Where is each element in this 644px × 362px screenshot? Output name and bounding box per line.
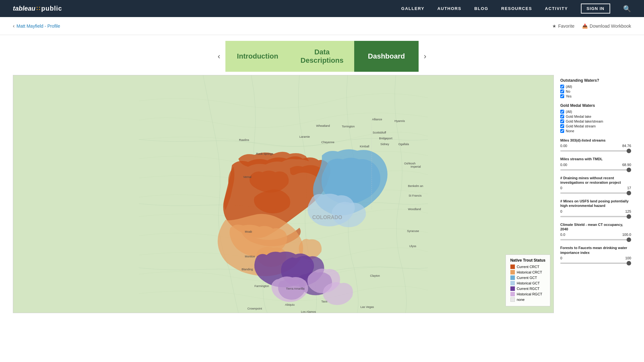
logo-tableau-text: tableau	[13, 5, 35, 12]
slider-mines-usfs-max: 125	[625, 209, 631, 213]
breadcrumb-link[interactable]: Matt Mayfield - Profile	[16, 23, 60, 29]
logo-dot-icon: ∷	[36, 5, 40, 12]
map-label-taos: Taos	[321, 300, 327, 303]
slider-miles-tmdl-range: 0.00 68.90	[560, 163, 631, 167]
main-nav: GALLERY AUTHORS BLOG RESOURCES ACTIVITY …	[401, 4, 631, 14]
filter-gold-medal-title: Gold Medal Waters	[560, 103, 631, 108]
checkbox-gold-none-input[interactable]	[560, 129, 564, 133]
nav-activity[interactable]: ACTIVITY	[545, 6, 568, 11]
checkbox-outstanding-all-label: (All)	[566, 85, 572, 88]
tab-prev-button[interactable]: ‹	[213, 52, 225, 60]
slider-mines-usfs-title: # Mines on USFS land posing potentially …	[560, 199, 631, 208]
slider-forests-faucets-min: 0	[560, 256, 562, 260]
map-label-sidney: Sidney	[380, 143, 389, 146]
nav-authors[interactable]: AUTHORS	[437, 6, 461, 11]
legend-color-historical-gct	[510, 281, 515, 285]
tab-next-button[interactable]: ›	[419, 52, 431, 60]
checkbox-outstanding-yes-input[interactable]	[560, 94, 564, 98]
checkbox-gold-lake[interactable]: Gold Medal lake	[560, 115, 631, 118]
subheader: ‹ Matt Mayfield - Profile ★ Favorite 📥 D…	[0, 17, 644, 35]
checkbox-gold-lake-stream-input[interactable]	[560, 119, 564, 123]
legend-item-historical-rgct: Historical RGCT	[510, 292, 545, 296]
legend-label-current-gct: Current GCT	[517, 276, 537, 280]
slider-miles-tmdl-input[interactable]	[560, 169, 631, 171]
slider-climate-shield-max: 100.0	[622, 233, 631, 237]
checkbox-gold-lake-label: Gold Medal lake	[566, 115, 592, 118]
logo: tableau ∷ public	[13, 5, 62, 12]
signin-button[interactable]: SIGN IN	[581, 4, 610, 14]
map-label-wheatland: Wheatland	[316, 124, 330, 127]
map-label-abiquiu: Abiquiu	[285, 303, 295, 306]
checkbox-gold-lake-input[interactable]	[560, 115, 564, 118]
tab-data-descriptions[interactable]: Data Descriptions	[290, 41, 354, 72]
checkbox-gold-stream-input[interactable]	[560, 124, 564, 128]
checkbox-gold-none[interactable]: None	[560, 129, 631, 133]
checkbox-gold-all-input[interactable]	[560, 110, 564, 114]
slider-draining-mines-min: 0	[560, 186, 562, 190]
map-label-rawlins: Rawlins	[239, 138, 249, 142]
slider-miles-303d-min: 0.00	[560, 144, 567, 148]
map-label-hyannis: Hyannis	[394, 119, 405, 123]
slider-miles-tmdl: Miles streams with TMDL 0.00 68.90	[560, 157, 631, 171]
slider-draining-mines-title: # Draining mines without recent investig…	[560, 176, 631, 185]
slider-miles-303d-title: Miles 303(d)-listed streams	[560, 138, 631, 143]
checkbox-gold-all[interactable]: (All)	[560, 110, 631, 114]
favorite-button[interactable]: ★ Favorite	[552, 23, 575, 29]
nav-blog[interactable]: BLOG	[474, 6, 488, 11]
checkbox-outstanding-no-input[interactable]	[560, 89, 564, 93]
legend-label-current-rgct: Current RGCT	[517, 287, 540, 291]
checkbox-outstanding-no-label: No	[566, 89, 570, 93]
download-button[interactable]: 📥 Download Workbook	[582, 23, 631, 29]
nav-resources[interactable]: RESOURCES	[501, 6, 532, 11]
slider-miles-tmdl-max: 68.90	[622, 163, 631, 167]
filter-outstanding-waters-title: Outstanding Waters?	[560, 78, 631, 83]
checkbox-outstanding-no[interactable]: No	[560, 89, 631, 93]
legend-label-current-crct: Current CRCT	[517, 265, 539, 269]
map-label-ulysses: Ulyss	[409, 245, 416, 248]
slider-mines-usfs-input[interactable]	[560, 216, 631, 217]
filter-gold-medal: Gold Medal Waters (All) Gold Medal lake …	[560, 103, 631, 133]
checkbox-gold-none-label: None	[566, 129, 574, 133]
legend-item-current-crct: Current CRCT	[510, 265, 545, 269]
star-icon: ★	[552, 23, 556, 29]
legend-color-current-rgct	[510, 286, 515, 291]
legend-color-current-gct	[510, 275, 515, 280]
map-label-montice: Montice	[245, 255, 255, 258]
search-icon[interactable]: 🔍	[623, 5, 631, 13]
tab-dashboard[interactable]: Dashboard	[354, 41, 419, 72]
slider-forests-faucets-input[interactable]	[560, 263, 631, 264]
legend-title: Native Trout Status	[510, 258, 545, 263]
checkbox-outstanding-all[interactable]: (All)	[560, 85, 631, 88]
map-label-moab: Moab	[245, 230, 252, 233]
favorite-label: Favorite	[558, 23, 575, 29]
map-label-oshkosh: Oshkosh	[404, 162, 415, 165]
map-svg: Rock Springs Rawlins Wheatland Torringto…	[13, 75, 554, 313]
slider-miles-303d-range: 0.00 84.76	[560, 144, 631, 148]
checkbox-gold-stream[interactable]: Gold Medal stream	[560, 124, 631, 128]
slider-forests-faucets-title: Forests to Faucets mean drinking water i…	[560, 246, 631, 255]
legend-label-historical-gct: Historical GCT	[517, 281, 540, 285]
map-container[interactable]: Rock Springs Rawlins Wheatland Torringto…	[13, 75, 554, 313]
slider-climate-shield-input[interactable]	[560, 239, 631, 240]
map-label-rock-springs: Rock Springs	[256, 152, 273, 155]
subheader-actions: ★ Favorite 📥 Download Workbook	[552, 23, 631, 29]
legend-label-none: none	[517, 298, 525, 302]
checkbox-outstanding-all-input[interactable]	[560, 85, 564, 88]
right-panel: Outstanding Waters? (All) No Yes Gold Me…	[560, 75, 631, 313]
checkbox-gold-lake-stream[interactable]: Gold Medal lake/stream	[560, 119, 631, 123]
slider-miles-303d-input[interactable]	[560, 150, 631, 152]
map-label-torrington: Torrington	[342, 125, 355, 128]
legend-item-none: none	[510, 297, 545, 302]
map-label-vernal: Vernal	[243, 175, 251, 179]
slider-miles-tmdl-min: 0.00	[560, 163, 567, 167]
slider-miles-tmdl-title: Miles streams with TMDL	[560, 157, 631, 161]
slider-draining-mines-input[interactable]	[560, 192, 631, 194]
map-label-tierra-amarilla: Tierra Amarilla	[286, 287, 304, 290]
map-label-syracuse: Syracuse	[407, 229, 419, 233]
map-label-las-vegas: Las Vegas	[360, 305, 374, 309]
map-legend: Native Trout Status Current CRCT Histori…	[506, 255, 550, 306]
map-label-laramie: Laramie	[299, 135, 310, 138]
nav-gallery[interactable]: GALLERY	[401, 6, 424, 11]
tab-introduction[interactable]: Introduction	[225, 41, 290, 72]
checkbox-outstanding-yes[interactable]: Yes	[560, 94, 631, 98]
